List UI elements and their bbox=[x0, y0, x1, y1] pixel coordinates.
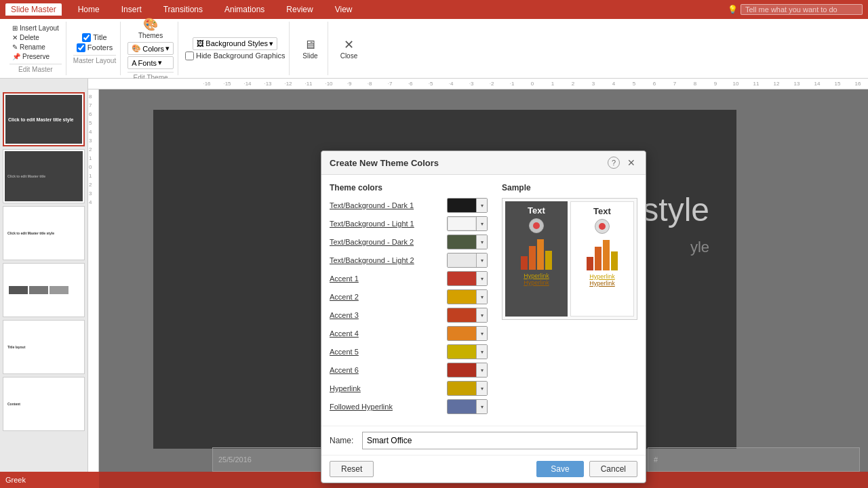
bar-3 bbox=[537, 239, 544, 270]
color-swatch-btn-10[interactable]: ▾ bbox=[447, 381, 488, 396]
slide-panel: Click to edit Master title style Click t… bbox=[0, 79, 88, 488]
color-dropdown-arrow-0[interactable]: ▾ bbox=[476, 199, 487, 212]
insert-layout-btn[interactable]: ⊞ Insert Layout bbox=[9, 24, 62, 33]
insert-layout-icon: ⊞ bbox=[12, 24, 18, 32]
color-swatch-11 bbox=[448, 400, 476, 413]
color-swatch-btn-2[interactable]: ▾ bbox=[447, 235, 488, 249]
toolbar-group-slide-close: 🖥 Slide bbox=[292, 22, 328, 75]
rename-btn[interactable]: ✎ Rename bbox=[9, 43, 62, 52]
color-label-6[interactable]: Accent 3 bbox=[330, 311, 441, 319]
create-theme-colors-dialog: Create New Theme Colors ? ✕ Theme colors bbox=[321, 150, 646, 483]
color-dropdown-arrow-2[interactable]: ▾ bbox=[476, 235, 487, 249]
color-dropdown-arrow-11[interactable]: ▾ bbox=[476, 400, 487, 413]
color-swatch-btn-11[interactable]: ▾ bbox=[447, 399, 488, 414]
delete-btn[interactable]: ✕ Delete bbox=[9, 33, 62, 42]
color-label-5[interactable]: Accent 2 bbox=[330, 293, 441, 301]
slide-thumb-2[interactable]: Click to edit Master title bbox=[3, 149, 85, 203]
color-swatch-btn-8[interactable]: ▾ bbox=[447, 344, 488, 359]
toolbar-group-close: ✕ Close bbox=[331, 22, 366, 75]
slide-thumb-4[interactable] bbox=[3, 263, 85, 317]
color-label-9[interactable]: Accent 6 bbox=[330, 366, 441, 374]
color-swatch-btn-7[interactable]: ▾ bbox=[447, 326, 488, 341]
preserve-btn[interactable]: 📌 Preserve bbox=[9, 52, 62, 61]
footers-checkbox-label[interactable]: Footers bbox=[77, 43, 113, 52]
color-label-8[interactable]: Accent 5 bbox=[330, 348, 441, 356]
color-swatch-6 bbox=[448, 308, 476, 322]
color-swatch-btn-5[interactable]: ▾ bbox=[447, 289, 488, 304]
color-dropdown-arrow-7[interactable]: ▾ bbox=[476, 327, 487, 340]
bar-4 bbox=[545, 251, 552, 270]
color-swatch-btn-6[interactable]: ▾ bbox=[447, 308, 488, 323]
color-dropdown-arrow-1[interactable]: ▾ bbox=[476, 217, 487, 230]
tab-review[interactable]: Review bbox=[281, 3, 318, 16]
toolbar-group-background: 🖼 Background Styles ▾ Hide Background Gr… bbox=[181, 22, 290, 75]
sample-preview: Text bbox=[502, 198, 637, 320]
sample-dark-text: Text bbox=[528, 205, 545, 216]
color-label-0[interactable]: Text/Background - Dark 1 bbox=[330, 201, 441, 209]
toolbar: ⊞ Insert Layout ✕ Delete ✎ Rename 📌 Pres… bbox=[0, 19, 868, 79]
slide-btn[interactable]: 🖥 Slide bbox=[296, 37, 323, 61]
footers-checkbox[interactable] bbox=[77, 43, 85, 52]
tab-view[interactable]: View bbox=[330, 3, 358, 16]
themes-btn[interactable]: 🎨 Themes bbox=[134, 16, 167, 41]
color-label-1[interactable]: Text/Background - Light 1 bbox=[330, 220, 441, 228]
color-row-5: Accent 2 ▾ bbox=[330, 289, 491, 304]
dialog-help-btn[interactable]: ? bbox=[608, 157, 620, 169]
colors-dropdown[interactable]: 🎨 Colors ▾ bbox=[127, 42, 174, 55]
title-checkbox-label[interactable]: Title bbox=[82, 33, 106, 42]
slide-thumb-6[interactable]: Content bbox=[3, 377, 85, 431]
search-input[interactable] bbox=[741, 4, 863, 15]
tab-transitions[interactable]: Transitions bbox=[158, 3, 208, 16]
color-label-10[interactable]: Hyperlink bbox=[330, 384, 441, 392]
save-button[interactable]: Save bbox=[536, 461, 583, 477]
color-dropdown-arrow-3[interactable]: ▾ bbox=[476, 253, 487, 267]
color-dropdown-arrow-6[interactable]: ▾ bbox=[476, 308, 487, 322]
background-styles-dropdown[interactable]: 🖼 Background Styles ▾ bbox=[193, 37, 277, 50]
hide-background-label[interactable]: Hide Background Graphics bbox=[185, 52, 285, 60]
color-dropdown-arrow-5[interactable]: ▾ bbox=[476, 290, 487, 304]
color-label-2[interactable]: Text/Background - Dark 2 bbox=[330, 238, 441, 246]
color-row-8: Accent 5 ▾ bbox=[330, 344, 491, 359]
color-dropdown-arrow-9[interactable]: ▾ bbox=[476, 363, 487, 377]
hide-background-checkbox[interactable] bbox=[185, 52, 194, 60]
color-label-3[interactable]: Text/Background - Light 2 bbox=[330, 256, 441, 264]
tab-insert[interactable]: Insert bbox=[116, 3, 147, 16]
color-dropdown-arrow-4[interactable]: ▾ bbox=[476, 272, 487, 285]
tab-animations[interactable]: Animations bbox=[219, 3, 270, 16]
color-swatch-btn-0[interactable]: ▾ bbox=[447, 198, 488, 213]
content-row: 8 7 6 5 4 3 2 1 0 1 2 3 4 bbox=[88, 89, 868, 488]
color-swatch-btn-3[interactable]: ▾ bbox=[447, 253, 488, 268]
color-swatch-btn-1[interactable]: ▾ bbox=[447, 216, 488, 231]
color-dropdown-arrow-10[interactable]: ▾ bbox=[476, 382, 487, 395]
theme-colors-section-title: Theme colors bbox=[330, 183, 491, 192]
sample-dark: Text bbox=[505, 201, 568, 317]
color-swatch-btn-9[interactable]: ▾ bbox=[447, 363, 488, 378]
slide-thumb-3[interactable]: Click to edit Master title style bbox=[3, 206, 85, 260]
color-label-4[interactable]: Accent 1 bbox=[330, 274, 441, 283]
close-master-btn[interactable]: ✕ Close bbox=[335, 36, 362, 61]
cancel-button[interactable]: Cancel bbox=[589, 461, 637, 477]
vertical-ruler: 8 7 6 5 4 3 2 1 0 1 2 3 4 bbox=[88, 89, 99, 488]
color-swatch-btn-4[interactable]: ▾ bbox=[447, 271, 488, 286]
tab-slide-master[interactable]: Slide Master bbox=[5, 3, 62, 16]
color-dropdown-arrow-8[interactable]: ▾ bbox=[476, 345, 487, 359]
dialog-overlay: Create New Theme Colors ? ✕ Theme colors bbox=[99, 89, 868, 488]
colors-chevron-icon: ▾ bbox=[165, 44, 170, 53]
colors-icon: 🎨 bbox=[132, 44, 141, 53]
name-label: Name: bbox=[330, 436, 357, 445]
ribbon-search: 💡 bbox=[728, 4, 863, 15]
slide-thumb-1[interactable]: Click to edit Master title style bbox=[3, 92, 85, 146]
fonts-chevron-icon: ▾ bbox=[158, 58, 162, 67]
name-input[interactable] bbox=[362, 432, 637, 449]
color-label-7[interactable]: Accent 4 bbox=[330, 329, 441, 338]
sample-light-hyperlink: Hyperlink bbox=[589, 273, 615, 280]
slide-thumb-5[interactable]: Title layout bbox=[3, 320, 85, 374]
dialog-close-btn[interactable]: ✕ bbox=[625, 157, 637, 169]
fonts-dropdown[interactable]: A Fonts ▾ bbox=[127, 56, 174, 69]
tab-home[interactable]: Home bbox=[73, 3, 105, 16]
bar-1 bbox=[521, 256, 528, 270]
color-swatch-9 bbox=[448, 363, 476, 377]
color-label-11[interactable]: Followed Hyperlink bbox=[330, 403, 441, 411]
title-checkbox[interactable] bbox=[82, 33, 91, 42]
reset-button[interactable]: Reset bbox=[330, 461, 374, 477]
